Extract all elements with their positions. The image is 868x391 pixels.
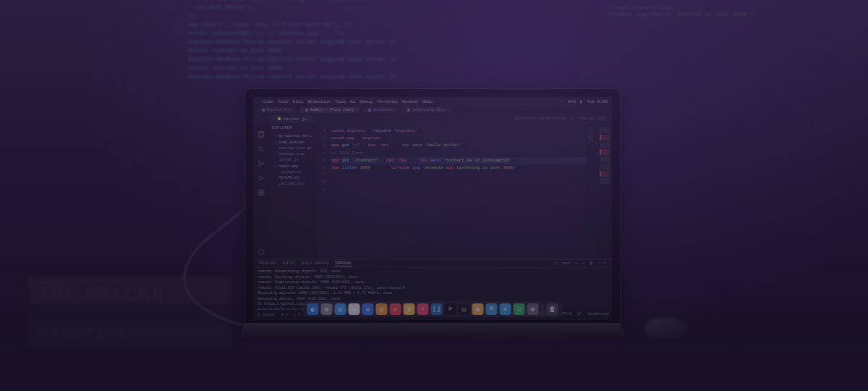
tree-file[interactable]: README.md	[271, 175, 315, 181]
favicon-icon	[368, 109, 371, 112]
extensions-icon[interactable]	[258, 187, 265, 194]
dock-icon-music[interactable]: ♪	[417, 303, 429, 315]
tree-file[interactable]: .gitignore	[271, 169, 315, 175]
dock-icon-mail[interactable]: ✉	[362, 303, 374, 315]
dock-icon-trash[interactable]: 🗑	[547, 303, 558, 315]
debug-icon[interactable]	[258, 172, 265, 180]
svg-rect-11	[262, 193, 264, 196]
tree-file[interactable]: server.js	[271, 157, 315, 163]
editor-tab-bar: server.js my-express-server/server.js — …	[253, 114, 612, 123]
menubar-item-terminal[interactable]: Terminal	[377, 99, 398, 104]
dock-icon-sketch[interactable]: ◆	[472, 303, 484, 315]
svg-rect-10	[258, 193, 260, 196]
tree-file[interactable]: package-lock.json	[271, 146, 315, 151]
menubar-item-window[interactable]: Window	[402, 99, 418, 104]
code-editor[interactable]: 123456789 const express = require('expre…	[317, 123, 586, 259]
dock-icon-terminal[interactable]: >	[445, 303, 456, 315]
tree-folder[interactable]: ▸react-app	[271, 163, 315, 169]
background-monitor-left: const server = http.createServer((req, r…	[188, 0, 651, 101]
battery-icon: ▮	[580, 98, 583, 104]
dock-icon-spotify[interactable]: ♫	[514, 303, 525, 315]
new-terminal-icon[interactable]: +	[575, 261, 577, 266]
svg-rect-8	[258, 190, 260, 192]
laptop-screen: Code FileEditSelectionViewGoDebugTermina…	[253, 97, 612, 320]
dock-icon-telegram[interactable]: ✈	[500, 303, 511, 315]
dock-icon-vscode[interactable]: ⟦⟧	[431, 303, 443, 315]
tree-folder[interactable]: ▸my-express-server	[271, 133, 315, 139]
explorer-icon[interactable]	[258, 129, 265, 136]
laptop: Code FileEditSelectionViewGoDebugTermina…	[244, 88, 621, 342]
browser-tab[interactable]: localhost	[362, 107, 399, 113]
dock-icon-safari[interactable]: ◎	[335, 303, 346, 315]
macos-dock: ◐⊞◎◉✉✿✓≣♪⟦⟧>◯◆#✈♫⚙🗑	[303, 301, 563, 317]
status-warnings[interactable]: ⚠ 0	[294, 312, 300, 317]
minimap[interactable]	[586, 123, 597, 259]
dock-icon-chrome[interactable]: ◉	[349, 303, 360, 315]
editor-tab-group-right	[597, 123, 612, 259]
split-terminal-icon[interactable]: ⫟	[582, 261, 585, 266]
svg-rect-0	[258, 132, 263, 138]
svg-point-2	[259, 147, 263, 151]
status-errors[interactable]: ⊘ 0	[281, 312, 288, 317]
dock-icon-notes[interactable]: ≣	[404, 303, 415, 315]
dock-icon-photos[interactable]: ✿	[376, 303, 388, 315]
menubar-app-name[interactable]: Code	[263, 99, 273, 104]
maximize-panel-icon[interactable]: ^	[597, 261, 600, 266]
menubar-item-go[interactable]: Go	[350, 99, 355, 104]
status-eol[interactable]: LF	[577, 312, 582, 316]
background-monitor-right: // app.listen(3000, () => { console.log(…	[608, 4, 810, 17]
panel-tab-debug-console[interactable]: DEBUG CONSOLE	[301, 261, 329, 266]
menubar-item-file[interactable]: File	[278, 99, 288, 104]
svg-point-12	[258, 249, 264, 255]
browser-tab[interactable]: adipiscing elit	[401, 107, 451, 113]
laptop-keyboard	[239, 323, 625, 339]
panel-tab-problems[interactable]: PROBLEMS	[259, 261, 276, 266]
panel-tab-output[interactable]: OUTPUT	[282, 261, 295, 266]
terminal-shell-selector[interactable]: 1: bash	[556, 261, 571, 266]
dock-icon-reminders[interactable]: ✓	[390, 303, 401, 315]
source-control-icon[interactable]	[258, 158, 265, 165]
search-icon[interactable]	[258, 143, 265, 151]
tree-folder[interactable]: ▸node_modules	[271, 139, 315, 146]
menubar-item-debug[interactable]: Debug	[359, 99, 373, 104]
svg-line-3	[262, 150, 264, 152]
panel-tabs: PROBLEMSOUTPUTDEBUG CONSOLETERMINAL 1: b…	[253, 260, 612, 268]
explorer-header: EXPLORER	[271, 126, 315, 130]
menubar-item-selection[interactable]: Selection	[307, 99, 331, 104]
dock-icon-github[interactable]: ◯	[459, 303, 470, 315]
book-title-bottom: PAID TO T	[38, 325, 128, 344]
editor-tab-server-js[interactable]: server.js	[271, 115, 314, 123]
tree-file[interactable]: package.json	[271, 181, 315, 187]
laptop-bezel: Code FileEditSelectionViewGoDebugTermina…	[244, 88, 621, 324]
browser-tab[interactable]: Express 4.x	[256, 107, 297, 113]
menubar-item-view[interactable]: View	[336, 99, 346, 104]
svg-marker-7	[260, 176, 264, 180]
menubar-item-edit[interactable]: Edit	[293, 99, 303, 104]
wifi-icon[interactable]: ⌔	[561, 98, 563, 104]
tree-file[interactable]: package.json	[271, 151, 315, 157]
dock-icon-settings[interactable]: ⚙	[527, 303, 539, 315]
dock-icon-slack[interactable]: #	[486, 303, 498, 315]
github-icon[interactable]	[258, 246, 265, 253]
svg-point-4	[258, 161, 260, 163]
explorer-sidebar: EXPLORER ▸my-express-server▸node_modules…	[269, 123, 317, 259]
browser-tab-strip: Express 4.xNodejs - Proxy everylocalhost…	[253, 106, 612, 114]
macos-menubar: Code FileEditSelectionViewGoDebugTermina…	[253, 97, 612, 106]
favicon-icon	[305, 109, 308, 112]
menubar-clock: Tue 8:09	[587, 99, 608, 104]
close-panel-icon[interactable]: ×	[604, 261, 606, 266]
panel-tab-terminal[interactable]: TERMINAL	[335, 261, 352, 266]
dock-icon-launchpad[interactable]: ⊞	[321, 303, 333, 315]
browser-tab[interactable]: Nodejs - Proxy every	[299, 107, 359, 113]
battery-percent: 54%	[568, 99, 576, 104]
activity-bar	[253, 123, 269, 259]
status-branch[interactable]: ⎇ master	[256, 312, 276, 317]
dock-icon-finder[interactable]: ◐	[307, 303, 319, 315]
favicon-icon	[262, 109, 265, 112]
status-language[interactable]: JavaScript	[587, 312, 609, 316]
svg-rect-1	[260, 132, 264, 138]
js-file-icon	[278, 117, 281, 120]
svg-point-5	[258, 164, 260, 167]
trash-terminal-icon[interactable]: 🗑	[590, 261, 593, 266]
menubar-item-help[interactable]: Help	[422, 99, 433, 104]
